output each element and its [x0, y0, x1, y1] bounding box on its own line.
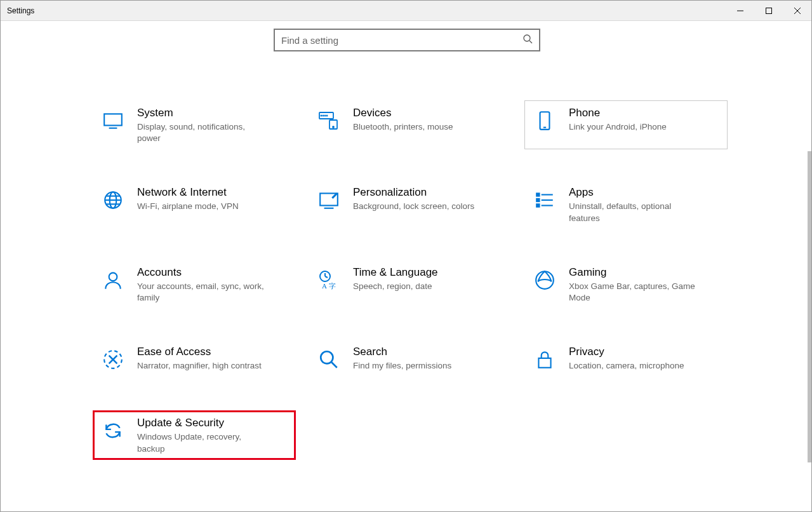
search-icon: [522, 34, 533, 46]
tile-search[interactable]: Search Find my files, permissions: [309, 339, 512, 380]
tile-privacy[interactable]: Privacy Location, camera, microphone: [524, 339, 728, 380]
search-input[interactable]: [281, 35, 522, 46]
svg-line-5: [529, 41, 532, 43]
tile-accounts[interactable]: Accounts Your accounts, email, sync, wor…: [93, 260, 296, 309]
time-language-icon: A 字: [314, 265, 344, 295]
svg-line-39: [331, 363, 337, 368]
tile-desc: Windows Update, recovery, backup: [137, 431, 264, 454]
devices-icon: [314, 105, 344, 136]
search-box[interactable]: [274, 29, 540, 51]
tile-devices[interactable]: Devices Bluetooth, printers, mouse: [309, 100, 512, 149]
tile-title: System: [137, 107, 291, 119]
tile-title: Update & Security: [137, 417, 291, 429]
minimize-button[interactable]: [726, 1, 754, 21]
update-icon: [98, 415, 128, 446]
tile-title: Network & Internet: [137, 186, 291, 199]
phone-icon: [529, 105, 560, 136]
window-title: Settings: [7, 6, 34, 15]
globe-icon: [98, 185, 128, 215]
apps-icon: [529, 185, 560, 215]
tile-phone[interactable]: Phone Link your Android, iPhone: [524, 100, 728, 149]
maximize-button[interactable]: [754, 1, 783, 21]
tile-desc: Background, lock screen, colors: [353, 201, 480, 212]
svg-point-14: [333, 126, 334, 128]
personalization-icon: [314, 185, 344, 215]
tile-desc: Display, sound, notifications, power: [137, 121, 264, 144]
svg-point-11: [324, 115, 325, 116]
tile-title: Gaming: [569, 266, 722, 279]
tile-title: Apps: [569, 186, 722, 199]
tile-desc: Your accounts, email, sync, work, family: [137, 281, 264, 304]
tile-title: Time & Language: [353, 266, 507, 279]
svg-rect-28: [536, 205, 539, 207]
settings-grid: System Display, sound, notifications, po…: [93, 100, 728, 460]
tile-network[interactable]: Network & Internet Wi-Fi, airplane mode,…: [93, 180, 296, 229]
title-bar: Settings: [1, 1, 811, 21]
gaming-icon: [529, 265, 560, 295]
ease-of-access-icon: [98, 344, 128, 375]
tile-desc: Find my files, permissions: [353, 360, 480, 372]
svg-point-10: [323, 115, 323, 116]
tile-title: Phone: [569, 107, 722, 119]
tile-ease-of-access[interactable]: Ease of Access Narrator, magnifier, high…: [93, 339, 296, 380]
svg-point-12: [326, 115, 327, 116]
svg-text:字: 字: [329, 282, 336, 290]
tile-title: Accounts: [137, 266, 291, 279]
tile-update-security[interactable]: Update & Security Windows Update, recove…: [93, 410, 296, 459]
tile-title: Devices: [353, 107, 507, 119]
svg-point-38: [321, 352, 333, 364]
tile-title: Ease of Access: [137, 346, 291, 358]
search-category-icon: [314, 344, 344, 375]
tile-desc: Uninstall, defaults, optional features: [569, 201, 696, 224]
tile-desc: Location, camera, microphone: [569, 360, 696, 372]
svg-rect-6: [104, 114, 122, 125]
tile-desc: Xbox Game Bar, captures, Game Mode: [569, 281, 696, 304]
close-button[interactable]: [783, 1, 811, 21]
tile-time-language[interactable]: A 字 Time & Language Speech, region, date: [309, 260, 512, 309]
system-icon: [98, 105, 128, 136]
tile-desc: Wi-Fi, airplane mode, VPN: [137, 201, 264, 212]
tile-desc: Speech, region, date: [353, 281, 480, 292]
svg-point-4: [524, 35, 530, 41]
tile-personalization[interactable]: Personalization Background, lock screen,…: [309, 180, 512, 229]
tile-system[interactable]: System Display, sound, notifications, po…: [93, 100, 296, 149]
svg-point-9: [321, 115, 321, 116]
tile-desc: Link your Android, iPhone: [569, 121, 696, 133]
svg-rect-1: [766, 8, 771, 13]
tile-gaming[interactable]: Gaming Xbox Game Bar, captures, Game Mod…: [524, 260, 728, 309]
content-area: System Display, sound, notifications, po…: [1, 21, 811, 511]
lock-icon: [529, 344, 560, 375]
scrollbar[interactable]: [808, 151, 811, 462]
tile-apps[interactable]: Apps Uninstall, defaults, optional featu…: [524, 180, 728, 229]
svg-rect-26: [536, 199, 539, 201]
tile-title: Privacy: [569, 346, 722, 358]
svg-point-30: [109, 273, 117, 281]
svg-rect-40: [538, 358, 550, 368]
tile-title: Search: [353, 346, 507, 358]
svg-text:A: A: [322, 282, 327, 290]
tile-desc: Bluetooth, printers, mouse: [353, 121, 480, 133]
svg-rect-24: [536, 194, 539, 196]
accounts-icon: [98, 265, 128, 295]
tile-desc: Narrator, magnifier, high contrast: [137, 360, 264, 372]
tile-title: Personalization: [353, 186, 507, 199]
svg-line-33: [325, 276, 328, 278]
